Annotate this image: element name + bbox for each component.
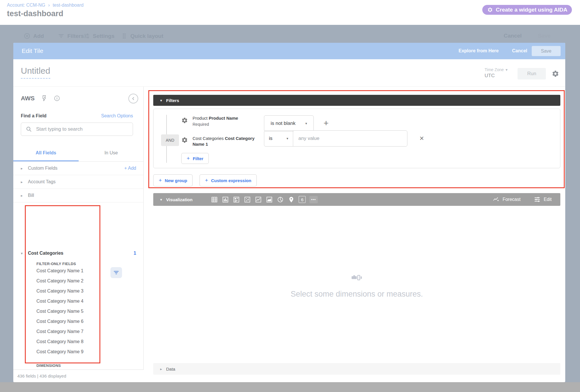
- tile-title-row: Untitled Time Zone ▾ UTC Run: [13, 59, 565, 87]
- field-cost-category-9[interactable]: Cost Category Name 9: [36, 349, 84, 354]
- viz-map-icon[interactable]: [287, 196, 295, 204]
- collapse-sidebar-button[interactable]: [128, 94, 138, 103]
- viz-table-icon[interactable]: [210, 196, 218, 204]
- filter-operator-dropdown[interactable]: is not blank ▾: [264, 115, 314, 132]
- breadcrumb-account-link[interactable]: Account: CCM-NG: [7, 3, 45, 8]
- toolbar-settings-label: Settings: [93, 33, 114, 39]
- filter-operator-dropdown[interactable]: is ▾: [264, 131, 293, 146]
- field-cost-category-6[interactable]: Cost Category Name 6: [36, 319, 84, 324]
- field-search-input[interactable]: [36, 126, 123, 132]
- time-zone-value: UTC: [485, 73, 495, 79]
- new-group-button[interactable]: + New group: [153, 174, 193, 186]
- caret-right-icon: ▸: [21, 193, 23, 198]
- breadcrumb: Account: CCM-NG › test-dashboard: [7, 2, 84, 8]
- breadcrumb-separator-icon: ›: [48, 2, 50, 8]
- sliders-icon: [534, 196, 541, 203]
- toolbar-save-button: Save: [538, 33, 551, 39]
- empty-state-message: Select some dimensions or measures.: [291, 290, 423, 299]
- create-widget-aida-button[interactable]: Create a widget using AIDA: [482, 5, 572, 15]
- field-cost-category-1[interactable]: Cost Category Name 1: [36, 268, 84, 273]
- search-options-link[interactable]: Search Options: [101, 113, 133, 119]
- logic-operator-chip[interactable]: AND: [161, 134, 179, 146]
- viz-single-value-icon[interactable]: 6: [298, 196, 306, 204]
- field-cost-category-2[interactable]: Cost Category Name 2: [36, 278, 84, 284]
- tile-settings-gear-icon[interactable]: [552, 70, 559, 77]
- field-cost-category-8[interactable]: Cost Category Name 8: [36, 339, 84, 344]
- caret-down-icon[interactable]: ▾: [160, 197, 162, 202]
- filters-section-header[interactable]: ▾ Filters: [153, 95, 560, 106]
- add-filter-value-button[interactable]: +: [324, 118, 329, 128]
- viz-bar-chart-icon[interactable]: [232, 196, 240, 204]
- backdrop-bottom-strip: [0, 382, 580, 392]
- filter-field-label: Cost Categories Cost Category Name 1: [193, 136, 256, 147]
- field-cost-category-5[interactable]: Cost Category Name 5: [36, 309, 84, 314]
- page-title: test-dashboard: [7, 9, 63, 18]
- viz-edit-button[interactable]: Edit: [534, 196, 552, 203]
- filter-value-input[interactable]: [293, 131, 407, 146]
- new-group-label: New group: [165, 178, 187, 183]
- tile-name-input[interactable]: Untitled: [21, 66, 50, 79]
- caret-down-icon: ▾: [160, 98, 162, 103]
- bolt-icon: [41, 95, 47, 101]
- gear-icon[interactable]: [181, 137, 188, 143]
- caret-right-icon: ▸: [21, 180, 23, 184]
- data-section-header[interactable]: ▸ Data: [153, 363, 560, 375]
- field-cost-category-7[interactable]: Cost Category Name 7: [36, 329, 84, 334]
- in-use-count-badge: 1: [134, 251, 136, 256]
- field-tabs: All Fields In Use: [13, 146, 144, 162]
- sidebar-section-custom-fields[interactable]: ▸ Custom Fields + Add: [13, 162, 144, 175]
- tab-all-fields[interactable]: All Fields: [13, 146, 79, 161]
- time-zone-selector[interactable]: Time Zone ▾: [485, 67, 507, 72]
- chevron-down-icon: ▾: [305, 121, 307, 125]
- breadcrumb-current[interactable]: test-dashboard: [53, 3, 84, 8]
- viz-line-chart-icon[interactable]: [254, 196, 262, 204]
- forecast-icon: [493, 196, 500, 203]
- toolbar-save-label: Save: [538, 33, 551, 39]
- forecast-button[interactable]: Forecast: [493, 196, 520, 203]
- viz-more-icon[interactable]: •••: [309, 196, 318, 203]
- plus-icon: +: [187, 155, 190, 162]
- tab-in-use[interactable]: In Use: [79, 146, 144, 161]
- modal-cancel-button[interactable]: Cancel: [512, 48, 527, 53]
- search-icon: [26, 126, 32, 132]
- field-search-box[interactable]: [21, 123, 133, 136]
- sidebar-section-account-tags[interactable]: ▸ Account Tags: [13, 175, 144, 189]
- sidebar-section-bill[interactable]: ▸ Bill: [13, 189, 144, 202]
- viz-column-chart-icon[interactable]: [221, 196, 229, 204]
- field-cost-category-3[interactable]: Cost Category Name 3: [36, 289, 84, 294]
- filters-section-title: Filters: [166, 98, 179, 103]
- filter-required-label: Required: [193, 122, 256, 127]
- chevron-left-icon: [130, 96, 136, 101]
- add-custom-field-link[interactable]: + Add: [124, 166, 136, 171]
- toolbar-cancel-button: Cancel: [504, 33, 522, 39]
- field-picker-sidebar: AWS Find a Field Search Options All Fiel…: [13, 87, 144, 382]
- explore-from-here-button[interactable]: Explore from Here: [459, 48, 499, 53]
- info-icon[interactable]: [54, 95, 60, 101]
- run-button[interactable]: Run: [518, 68, 546, 79]
- toolbar-settings-button: Settings: [83, 33, 114, 39]
- active-filter-icon[interactable]: [110, 267, 122, 278]
- section-label: Bill: [28, 193, 34, 198]
- viz-pie-chart-icon[interactable]: [276, 196, 284, 204]
- section-label: Cost Categories: [28, 251, 64, 256]
- toolbar-quick-layout-button: Quick layout: [121, 33, 163, 39]
- field-cost-category-4[interactable]: Cost Category Name 4: [36, 299, 84, 304]
- sidebar-section-cost-categories[interactable]: ▾ Cost Categories 1: [13, 247, 144, 259]
- gear-icon[interactable]: [181, 117, 188, 124]
- forecast-label: Forecast: [503, 197, 520, 202]
- dimensions-header: DIMENSIONS: [36, 363, 61, 368]
- section-label: Custom Fields: [28, 166, 58, 171]
- filter-field-prefix: Product: [193, 116, 209, 121]
- remove-filter-button[interactable]: ×: [420, 134, 424, 143]
- add-filter-button[interactable]: + Filter: [181, 153, 209, 164]
- filter-only-fields-header: FILTER-ONLY FIELDS: [36, 262, 76, 266]
- edit-label: Edit: [544, 197, 552, 202]
- fields-count-footer: 436 fields | 436 displayed: [13, 369, 144, 382]
- plus-icon: +: [159, 177, 162, 184]
- modal-save-button[interactable]: Save: [532, 46, 561, 56]
- time-zone-label: Time Zone: [485, 67, 504, 72]
- single-value-glyph: 6: [301, 197, 303, 202]
- viz-scatter-icon[interactable]: [243, 196, 251, 204]
- viz-area-chart-icon[interactable]: [265, 196, 273, 204]
- custom-expression-button[interactable]: + Custom expression: [200, 174, 257, 186]
